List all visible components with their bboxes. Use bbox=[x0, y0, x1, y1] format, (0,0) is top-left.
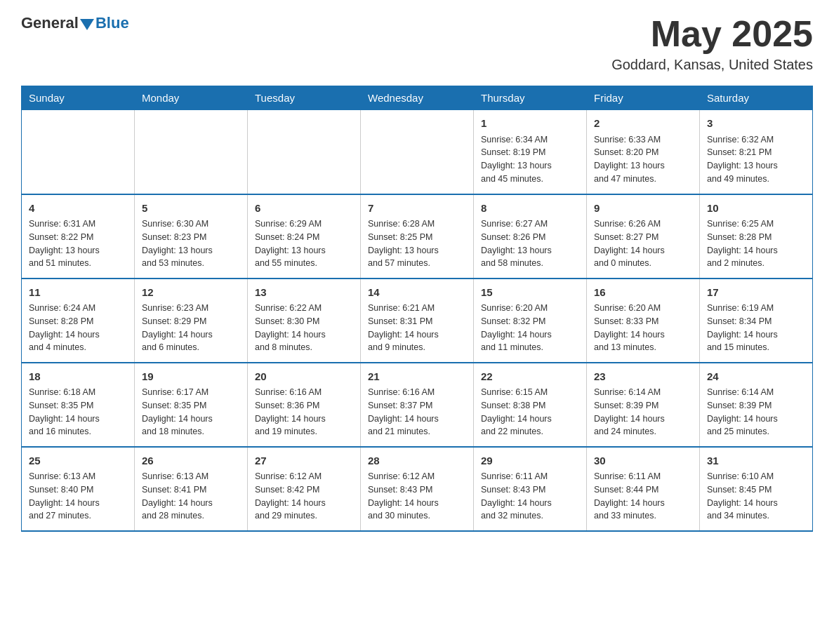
logo-general-text: General bbox=[21, 14, 79, 32]
day-info: Sunrise: 6:13 AM Sunset: 8:41 PM Dayligh… bbox=[142, 470, 240, 523]
day-info: Sunrise: 6:12 AM Sunset: 8:42 PM Dayligh… bbox=[255, 470, 353, 523]
day-info: Sunrise: 6:20 AM Sunset: 8:33 PM Dayligh… bbox=[594, 302, 692, 354]
day-info: Sunrise: 6:27 AM Sunset: 8:26 PM Dayligh… bbox=[481, 217, 579, 270]
day-info: Sunrise: 6:30 AM Sunset: 8:23 PM Dayligh… bbox=[142, 217, 240, 270]
calendar-day-cell: 19Sunrise: 6:17 AM Sunset: 8:35 PM Dayli… bbox=[135, 363, 248, 447]
day-number: 14 bbox=[368, 285, 466, 301]
calendar-day-cell: 22Sunrise: 6:15 AM Sunset: 8:38 PM Dayli… bbox=[474, 363, 587, 447]
day-info: Sunrise: 6:17 AM Sunset: 8:35 PM Dayligh… bbox=[142, 386, 240, 438]
calendar-day-cell: 21Sunrise: 6:16 AM Sunset: 8:37 PM Dayli… bbox=[361, 363, 474, 447]
day-number: 20 bbox=[255, 369, 353, 385]
calendar-day-cell: 1Sunrise: 6:34 AM Sunset: 8:19 PM Daylig… bbox=[474, 110, 587, 194]
day-info: Sunrise: 6:15 AM Sunset: 8:38 PM Dayligh… bbox=[481, 386, 579, 438]
calendar-day-cell: 18Sunrise: 6:18 AM Sunset: 8:35 PM Dayli… bbox=[22, 363, 135, 447]
day-info: Sunrise: 6:29 AM Sunset: 8:24 PM Dayligh… bbox=[255, 217, 353, 270]
day-number: 31 bbox=[707, 453, 805, 469]
calendar-day-cell: 25Sunrise: 6:13 AM Sunset: 8:40 PM Dayli… bbox=[22, 447, 135, 531]
calendar-day-cell: 11Sunrise: 6:24 AM Sunset: 8:28 PM Dayli… bbox=[22, 279, 135, 363]
calendar-day-cell: 10Sunrise: 6:25 AM Sunset: 8:28 PM Dayli… bbox=[700, 194, 813, 279]
day-info: Sunrise: 6:10 AM Sunset: 8:45 PM Dayligh… bbox=[707, 470, 805, 523]
day-number: 30 bbox=[594, 453, 692, 469]
calendar-week-row: 11Sunrise: 6:24 AM Sunset: 8:28 PM Dayli… bbox=[22, 279, 813, 363]
day-number: 26 bbox=[142, 453, 240, 469]
day-info: Sunrise: 6:26 AM Sunset: 8:27 PM Dayligh… bbox=[594, 217, 692, 270]
day-info: Sunrise: 6:14 AM Sunset: 8:39 PM Dayligh… bbox=[594, 386, 692, 438]
day-info: Sunrise: 6:32 AM Sunset: 8:21 PM Dayligh… bbox=[707, 133, 805, 186]
day-number: 19 bbox=[142, 369, 240, 385]
day-info: Sunrise: 6:11 AM Sunset: 8:43 PM Dayligh… bbox=[481, 470, 579, 523]
day-number: 5 bbox=[142, 201, 240, 217]
day-number: 11 bbox=[29, 285, 127, 301]
day-info: Sunrise: 6:33 AM Sunset: 8:20 PM Dayligh… bbox=[594, 133, 692, 186]
calendar-day-cell: 12Sunrise: 6:23 AM Sunset: 8:29 PM Dayli… bbox=[135, 279, 248, 363]
calendar-day-cell: 29Sunrise: 6:11 AM Sunset: 8:43 PM Dayli… bbox=[474, 447, 587, 531]
col-header-sunday: Sunday bbox=[22, 86, 135, 110]
calendar-day-cell: 23Sunrise: 6:14 AM Sunset: 8:39 PM Dayli… bbox=[587, 363, 700, 447]
day-number: 2 bbox=[594, 116, 692, 132]
main-title: May 2025 bbox=[611, 14, 813, 54]
day-info: Sunrise: 6:19 AM Sunset: 8:34 PM Dayligh… bbox=[707, 302, 805, 354]
day-info: Sunrise: 6:16 AM Sunset: 8:36 PM Dayligh… bbox=[255, 386, 353, 438]
calendar-day-cell: 28Sunrise: 6:12 AM Sunset: 8:43 PM Dayli… bbox=[361, 447, 474, 531]
day-number: 12 bbox=[142, 285, 240, 301]
day-number: 4 bbox=[29, 201, 127, 217]
calendar-week-row: 25Sunrise: 6:13 AM Sunset: 8:40 PM Dayli… bbox=[22, 447, 813, 531]
day-number: 16 bbox=[594, 285, 692, 301]
day-number: 23 bbox=[594, 369, 692, 385]
col-header-monday: Monday bbox=[135, 86, 248, 110]
day-number: 3 bbox=[707, 116, 805, 132]
calendar-day-cell: 17Sunrise: 6:19 AM Sunset: 8:34 PM Dayli… bbox=[700, 279, 813, 363]
empty-day-cell bbox=[135, 110, 248, 194]
empty-day-cell bbox=[22, 110, 135, 194]
day-info: Sunrise: 6:12 AM Sunset: 8:43 PM Dayligh… bbox=[368, 470, 466, 523]
day-info: Sunrise: 6:18 AM Sunset: 8:35 PM Dayligh… bbox=[29, 386, 127, 438]
day-info: Sunrise: 6:21 AM Sunset: 8:31 PM Dayligh… bbox=[368, 302, 466, 354]
calendar-day-cell: 6Sunrise: 6:29 AM Sunset: 8:24 PM Daylig… bbox=[248, 194, 361, 279]
day-info: Sunrise: 6:24 AM Sunset: 8:28 PM Dayligh… bbox=[29, 302, 127, 354]
day-number: 6 bbox=[255, 201, 353, 217]
day-number: 7 bbox=[368, 201, 466, 217]
calendar-week-row: 1Sunrise: 6:34 AM Sunset: 8:19 PM Daylig… bbox=[22, 110, 813, 194]
day-number: 10 bbox=[707, 201, 805, 217]
calendar-day-cell: 24Sunrise: 6:14 AM Sunset: 8:39 PM Dayli… bbox=[700, 363, 813, 447]
calendar-day-cell: 4Sunrise: 6:31 AM Sunset: 8:22 PM Daylig… bbox=[22, 194, 135, 279]
day-number: 18 bbox=[29, 369, 127, 385]
day-number: 15 bbox=[481, 285, 579, 301]
empty-day-cell bbox=[361, 110, 474, 194]
calendar-day-cell: 2Sunrise: 6:33 AM Sunset: 8:20 PM Daylig… bbox=[587, 110, 700, 194]
calendar-day-cell: 9Sunrise: 6:26 AM Sunset: 8:27 PM Daylig… bbox=[587, 194, 700, 279]
calendar-day-cell: 15Sunrise: 6:20 AM Sunset: 8:32 PM Dayli… bbox=[474, 279, 587, 363]
calendar-week-row: 4Sunrise: 6:31 AM Sunset: 8:22 PM Daylig… bbox=[22, 194, 813, 279]
day-number: 29 bbox=[481, 453, 579, 469]
calendar-day-cell: 3Sunrise: 6:32 AM Sunset: 8:21 PM Daylig… bbox=[700, 110, 813, 194]
col-header-thursday: Thursday bbox=[474, 86, 587, 110]
day-info: Sunrise: 6:14 AM Sunset: 8:39 PM Dayligh… bbox=[707, 386, 805, 438]
day-info: Sunrise: 6:13 AM Sunset: 8:40 PM Dayligh… bbox=[29, 470, 127, 523]
logo-arrow-icon bbox=[80, 19, 94, 30]
title-area: May 2025 Goddard, Kansas, United States bbox=[611, 14, 813, 73]
day-info: Sunrise: 6:20 AM Sunset: 8:32 PM Dayligh… bbox=[481, 302, 579, 354]
col-header-saturday: Saturday bbox=[700, 86, 813, 110]
page-header: General Blue May 2025 Goddard, Kansas, U… bbox=[21, 14, 813, 73]
col-header-friday: Friday bbox=[587, 86, 700, 110]
calendar-day-cell: 5Sunrise: 6:30 AM Sunset: 8:23 PM Daylig… bbox=[135, 194, 248, 279]
day-number: 24 bbox=[707, 369, 805, 385]
calendar-day-cell: 7Sunrise: 6:28 AM Sunset: 8:25 PM Daylig… bbox=[361, 194, 474, 279]
day-number: 17 bbox=[707, 285, 805, 301]
empty-day-cell bbox=[248, 110, 361, 194]
col-header-tuesday: Tuesday bbox=[248, 86, 361, 110]
calendar-day-cell: 20Sunrise: 6:16 AM Sunset: 8:36 PM Dayli… bbox=[248, 363, 361, 447]
day-number: 13 bbox=[255, 285, 353, 301]
calendar-week-row: 18Sunrise: 6:18 AM Sunset: 8:35 PM Dayli… bbox=[22, 363, 813, 447]
day-number: 21 bbox=[368, 369, 466, 385]
calendar-day-cell: 27Sunrise: 6:12 AM Sunset: 8:42 PM Dayli… bbox=[248, 447, 361, 531]
day-number: 28 bbox=[368, 453, 466, 469]
logo-blue-text: Blue bbox=[95, 14, 129, 32]
day-number: 9 bbox=[594, 201, 692, 217]
calendar-day-cell: 30Sunrise: 6:11 AM Sunset: 8:44 PM Dayli… bbox=[587, 447, 700, 531]
calendar-day-cell: 31Sunrise: 6:10 AM Sunset: 8:45 PM Dayli… bbox=[700, 447, 813, 531]
calendar-table: SundayMondayTuesdayWednesdayThursdayFrid… bbox=[21, 86, 813, 532]
calendar-day-cell: 13Sunrise: 6:22 AM Sunset: 8:30 PM Dayli… bbox=[248, 279, 361, 363]
day-info: Sunrise: 6:34 AM Sunset: 8:19 PM Dayligh… bbox=[481, 133, 579, 186]
day-number: 1 bbox=[481, 116, 579, 132]
